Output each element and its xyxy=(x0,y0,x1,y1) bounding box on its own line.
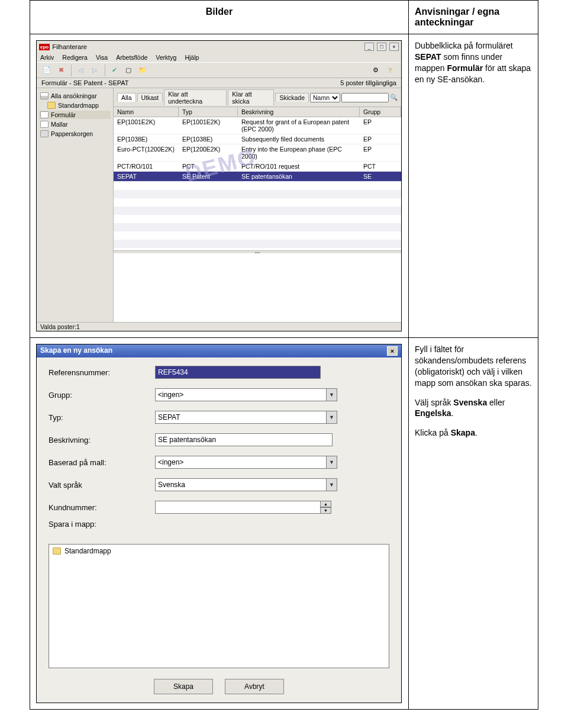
table-row-selected[interactable]: SEPATSE PatentSE patentansökanSE xyxy=(114,172,401,182)
maximize-button[interactable]: □ xyxy=(377,43,386,51)
tree-forms[interactable]: Formulär xyxy=(39,111,111,119)
step-down-icon[interactable]: ▼ xyxy=(321,507,331,514)
close-button[interactable]: × xyxy=(389,43,399,51)
col-typ[interactable]: Typ xyxy=(179,107,238,117)
chevron-down-icon[interactable]: ▼ xyxy=(327,456,337,469)
minimize-button[interactable]: _ xyxy=(364,43,374,51)
create-button[interactable]: Skapa xyxy=(154,679,213,694)
folder-item[interactable]: Standardmapp xyxy=(53,547,385,555)
cards-icon xyxy=(40,92,49,99)
dialog-title-bar: Skapa en ny ansökan × xyxy=(37,344,401,357)
title-bar: epo Filhanterare _ □ × xyxy=(37,41,401,53)
customer-no-input[interactable] xyxy=(155,501,321,514)
table-row[interactable]: PCT/RO/101PCTPCT/RO/101 requestPCT xyxy=(114,162,401,172)
new-icon[interactable]: 📄 xyxy=(40,64,53,77)
folder-icon[interactable]: 📁 xyxy=(136,64,149,77)
reference-input[interactable] xyxy=(155,366,321,379)
step-up-icon[interactable]: ▲ xyxy=(321,501,331,507)
chevron-down-icon[interactable]: ▼ xyxy=(327,388,337,401)
template-icon xyxy=(40,121,49,128)
tree-all-applications[interactable]: Alla ansökningar xyxy=(39,92,111,100)
tab-ready-sign[interactable]: Klar att underteckna xyxy=(164,89,227,105)
help-icon[interactable]: ? xyxy=(383,64,396,77)
preview-area xyxy=(114,253,401,322)
col-grupp[interactable]: Grupp xyxy=(360,107,401,117)
dialog-title: Skapa en ny ansökan xyxy=(40,346,112,356)
empty-rows xyxy=(114,182,401,250)
epo-logo: epo xyxy=(39,44,50,50)
label-save-folder: Spara i mapp: xyxy=(49,520,155,529)
table-row[interactable]: Euro-PCT(1200E2K)EP(1200E2K)Entry into t… xyxy=(114,144,401,162)
tool-bar: 📄 ✖ ◁ ▷ ✔ ▢ 📁 ⚙ ? xyxy=(37,63,401,78)
header-left: Bilder xyxy=(30,1,409,34)
nav-tree: Alla ansökningar Standardmapp Formulär M… xyxy=(37,88,114,322)
menu-arbetsflode[interactable]: Arbetsflöde xyxy=(116,54,147,61)
menu-arkiv[interactable]: Arkiv xyxy=(40,54,54,61)
language-combo[interactable] xyxy=(155,478,327,491)
menu-verktyg[interactable]: Verktyg xyxy=(156,54,176,61)
folder-icon xyxy=(47,102,56,109)
tree-templates[interactable]: Mallar xyxy=(39,120,111,128)
create-dialog: Skapa en ny ansökan × Referensnummer: Gr… xyxy=(36,344,402,703)
window-title: Filhanterare xyxy=(52,43,363,50)
folder-tree[interactable]: Standardmapp xyxy=(49,544,389,668)
search-icon[interactable]: 🔍 xyxy=(390,94,398,101)
tree-default-folder[interactable]: Standardmapp xyxy=(39,101,111,109)
menu-redigera[interactable]: Redigera xyxy=(62,54,88,61)
folder-icon xyxy=(53,547,61,555)
label-group: Grupp: xyxy=(49,391,155,400)
filhanterare-window: epo Filhanterare _ □ × Arkiv Redigera Vi… xyxy=(36,40,402,331)
nav-back-icon[interactable]: ◁ xyxy=(74,64,87,77)
item-count: 5 poster tillgängliga xyxy=(340,79,396,86)
menu-visa[interactable]: Visa xyxy=(96,54,108,61)
type-combo[interactable] xyxy=(155,411,327,424)
instruction-2: Fyll i fältet för sökandens/ombudets ref… xyxy=(415,344,532,439)
group-combo[interactable] xyxy=(155,388,327,401)
label-template: Baserad på mall: xyxy=(49,458,155,467)
breadcrumb: Formulär - SE Patent - SEPAT xyxy=(41,79,129,86)
table-row[interactable]: EP(1001E2K)EP(1001E2K)Request for grant … xyxy=(114,117,401,134)
chevron-down-icon[interactable]: ▼ xyxy=(327,411,337,424)
label-reference: Referensnummer: xyxy=(49,368,155,377)
table-row[interactable]: EP(1038E)EP(1038E)Subsequently filed doc… xyxy=(114,134,401,144)
status-bar: Valda poster:1 xyxy=(37,322,401,331)
close-icon[interactable]: × xyxy=(387,346,398,356)
label-customer-no: Kundnummer: xyxy=(49,503,155,512)
nav-forward-icon[interactable]: ▷ xyxy=(88,64,101,77)
check-icon[interactable]: ✔ xyxy=(108,64,121,77)
template-combo[interactable] xyxy=(155,456,327,469)
move-icon[interactable]: ▢ xyxy=(122,64,135,77)
trash-icon xyxy=(40,130,49,137)
grid-header: Namn Typ Beskrivning Grupp xyxy=(114,107,401,117)
menu-bar: Arkiv Redigera Visa Arbetsflöde Verktyg … xyxy=(37,53,401,63)
menu-hjalp[interactable]: Hjälp xyxy=(185,54,199,61)
label-language: Valt språk xyxy=(49,481,155,489)
header-right: Anvisningar / egna anteckningar xyxy=(408,1,538,34)
chevron-down-icon[interactable]: ▼ xyxy=(327,478,337,491)
delete-icon[interactable]: ✖ xyxy=(54,64,67,77)
cancel-button[interactable]: Avbryt xyxy=(225,679,284,694)
filter-input[interactable] xyxy=(341,93,389,102)
col-namn[interactable]: Namn xyxy=(114,107,179,117)
tab-all[interactable]: Alla xyxy=(117,93,136,102)
form-icon xyxy=(40,111,49,118)
label-type: Typ: xyxy=(49,413,155,422)
label-description: Beskrivning: xyxy=(49,436,155,444)
tab-ready-send[interactable]: Klar att skicka xyxy=(228,89,274,105)
col-beskrivning[interactable]: Beskrivning xyxy=(238,107,360,117)
instruction-1: Dubbelklicka på formuläret SEPAT som fin… xyxy=(415,40,532,85)
tree-trash[interactable]: Papperskorgen xyxy=(39,130,111,138)
gear-icon[interactable]: ⚙ xyxy=(369,64,382,77)
filter-select[interactable]: Namn xyxy=(310,93,340,102)
tab-draft[interactable]: Utkast xyxy=(137,93,163,102)
description-input[interactable] xyxy=(155,433,333,446)
tab-sent[interactable]: Skickade xyxy=(275,93,309,102)
